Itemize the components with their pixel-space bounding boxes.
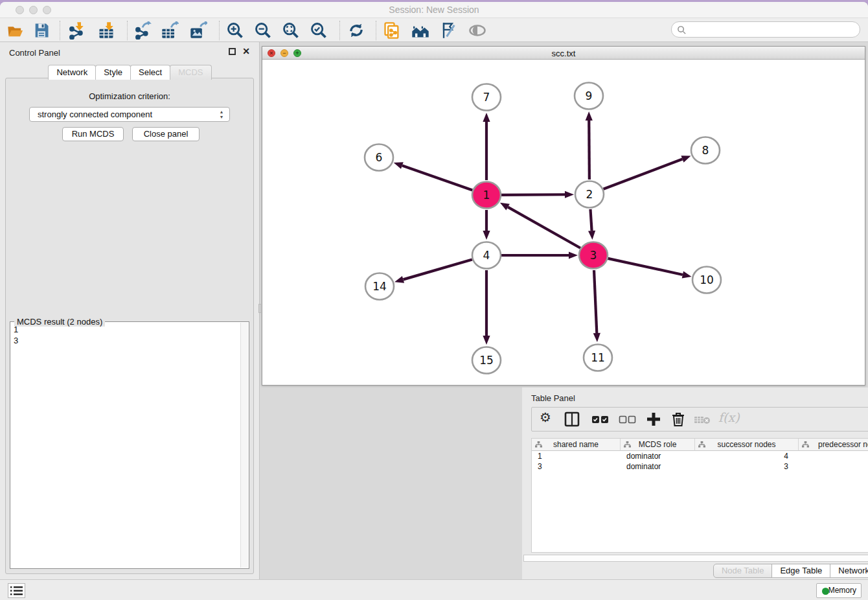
tab-network-table[interactable]: Network Table: [830, 564, 868, 578]
add-row-icon[interactable]: [646, 411, 661, 428]
optimization-criterion-label: Optimization criterion:: [6, 91, 253, 101]
edge-2-8[interactable]: [604, 159, 683, 189]
show-columns-icon[interactable]: [564, 411, 580, 428]
criterion-dropdown[interactable]: strongly connected component ▲▼: [29, 107, 230, 122]
column-header-MCDS-role[interactable]: MCDS role: [621, 439, 695, 451]
edge-1-6[interactable]: [402, 166, 472, 190]
workspace: × − + scc.txt 7968124314101511 Table Pan…: [261, 42, 868, 579]
open-session-icon[interactable]: [6, 21, 25, 40]
network-graph[interactable]: 7968124314101511: [262, 60, 865, 385]
node-label-14: 14: [372, 280, 387, 293]
column-header-shared-name[interactable]: shared name: [532, 439, 621, 451]
control-tab-select[interactable]: Select: [130, 65, 170, 80]
arrowhead-icon: [682, 271, 692, 278]
arrowhead-icon: [483, 336, 490, 345]
table-row[interactable]: 3dominator323: [532, 461, 868, 472]
edge-4-14[interactable]: [403, 259, 472, 279]
table-cell: 1: [799, 451, 868, 461]
table-cell: 2: [799, 461, 868, 472]
node-label-4: 4: [483, 249, 490, 262]
control-tab-network[interactable]: Network: [48, 65, 96, 80]
arrowhead-icon: [394, 276, 404, 283]
window-titlebar: Session: New Session: [0, 2, 868, 18]
main-toolbar: [0, 18, 868, 42]
show-all-networks-icon[interactable]: [411, 21, 429, 40]
zoom-in-icon[interactable]: [226, 21, 244, 40]
column-header-predecessor-nodes[interactable]: predecessor nodes: [799, 439, 868, 451]
zoom-selected-icon[interactable]: [310, 21, 328, 40]
close-panel-button[interactable]: Close panel: [132, 127, 200, 141]
network-view-window: × − + scc.txt 7968124314101511: [262, 46, 865, 386]
search-input[interactable]: [671, 21, 860, 38]
edge-2-3[interactable]: [590, 209, 591, 231]
window-title: Session: New Session: [0, 5, 868, 15]
table-cell: 3: [532, 461, 621, 472]
arrowhead-icon: [569, 251, 578, 259]
network-window-titlebar: × − + scc.txt: [262, 47, 865, 60]
deselect-all-icon[interactable]: [619, 415, 637, 432]
arrowhead-icon: [593, 333, 600, 342]
control-panel-header: Control Panel ✕: [0, 42, 259, 62]
control-tab-style[interactable]: Style: [95, 65, 131, 80]
show-hide-eye-icon[interactable]: [468, 21, 486, 40]
float-panel-icon[interactable]: [229, 48, 236, 55]
node-label-10: 10: [700, 273, 714, 286]
table-row[interactable]: 1dominator411: [532, 451, 868, 461]
result-scrollbar[interactable]: [240, 323, 248, 568]
mcds-result-group: MCDS result (2 nodes) 13: [10, 321, 249, 569]
import-network-icon[interactable]: [67, 21, 86, 40]
export-image-icon[interactable]: [189, 21, 207, 40]
mcds-result-text[interactable]: 13: [11, 324, 240, 567]
delete-table-icon[interactable]: [694, 415, 711, 432]
save-session-icon[interactable]: [32, 21, 51, 40]
table-panel: Table Panel ✕ ⚙: [522, 387, 868, 579]
node-label-3: 3: [590, 249, 597, 262]
zoom-fit-icon[interactable]: [282, 21, 300, 40]
node-label-7: 7: [483, 91, 490, 104]
arrowhead-icon: [500, 203, 510, 211]
table-horizontal-scrollbar[interactable]: [523, 555, 868, 562]
select-all-icon[interactable]: [591, 415, 610, 432]
arrowhead-icon: [681, 156, 691, 162]
table-cell: 1: [532, 451, 621, 461]
search-icon: [677, 25, 687, 35]
status-bar: Memory: [0, 579, 868, 600]
export-table-icon[interactable]: [161, 21, 179, 40]
table-header-row: shared nameMCDS rolesuccessor nodesprede…: [532, 439, 868, 451]
network-canvas[interactable]: 7968124314101511: [262, 60, 865, 385]
edge-2-9[interactable]: [589, 121, 589, 179]
task-history-button[interactable]: [8, 583, 25, 598]
node-table[interactable]: shared nameMCDS rolesuccessor nodesprede…: [531, 438, 868, 553]
table-cell: dominator: [621, 451, 695, 461]
control-panel-title: Control Panel: [9, 48, 60, 58]
control-tab-mcds[interactable]: MCDS: [170, 65, 211, 80]
column-type-icon: [535, 441, 542, 448]
list-icon: [10, 585, 24, 597]
dropdown-stepper-icon: ▲▼: [217, 110, 226, 120]
close-panel-icon[interactable]: ✕: [242, 46, 250, 56]
edge-1-2[interactable]: [501, 194, 565, 195]
edge-3-1[interactable]: [508, 207, 580, 248]
arrowhead-icon: [565, 191, 574, 198]
import-table-icon[interactable]: [97, 21, 115, 40]
new-network-from-selection-icon[interactable]: [383, 21, 401, 40]
edge-3-10[interactable]: [608, 259, 682, 275]
memory-button[interactable]: Memory: [816, 583, 862, 598]
table-cell: 4: [695, 451, 799, 461]
delete-row-icon[interactable]: [670, 411, 686, 428]
hide-flagged-icon[interactable]: [439, 21, 457, 40]
run-mcds-button[interactable]: Run MCDS: [62, 127, 124, 141]
memory-status-dot: [822, 588, 829, 595]
tab-edge-table[interactable]: Edge Table: [771, 564, 830, 578]
function-builder-icon[interactable]: f(x): [718, 410, 740, 427]
table-options-gear-icon[interactable]: ⚙: [540, 410, 551, 426]
column-header-successor-nodes[interactable]: successor nodes: [695, 439, 799, 451]
edge-3-11[interactable]: [594, 270, 597, 333]
table-cell: 3: [695, 461, 799, 472]
refresh-layout-icon[interactable]: [347, 21, 365, 40]
zoom-out-icon[interactable]: [254, 21, 272, 40]
tab-node-table[interactable]: Node Table: [713, 564, 773, 578]
export-network-icon[interactable]: [133, 21, 152, 40]
arrowhead-icon: [483, 113, 490, 122]
mcds-tab-content: Optimization criterion: strongly connect…: [5, 78, 254, 574]
